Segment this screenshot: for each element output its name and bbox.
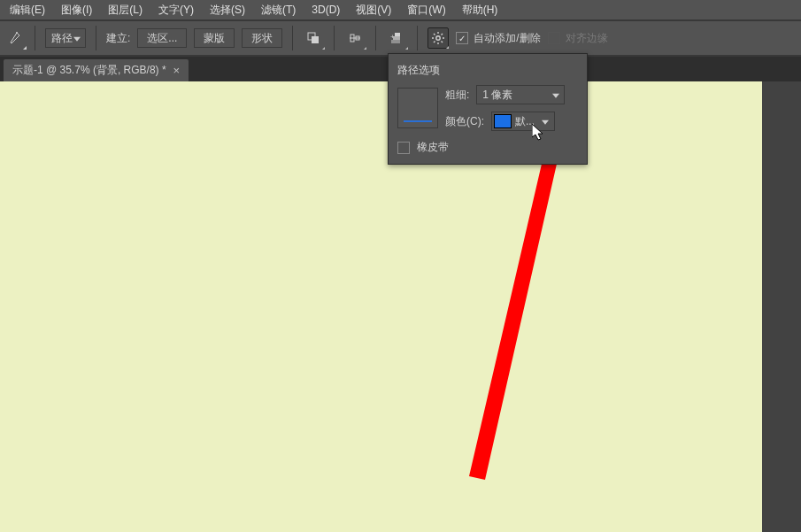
color-label: 颜色(C):: [445, 114, 484, 129]
build-label: 建立:: [106, 31, 130, 46]
close-icon[interactable]: ×: [173, 64, 181, 77]
menubar: 编辑(E) 图像(I) 图层(L) 文字(Y) 选择(S) 滤镜(T) 3D(D…: [0, 0, 801, 19]
canvas[interactable]: [0, 81, 762, 532]
document-tab-label: 示题-1 @ 35.7% (背景, RGB/8) *: [12, 63, 166, 78]
pen-tool-icon[interactable]: [5, 28, 25, 48]
auto-add-remove-label: 自动添加/删除: [474, 31, 540, 46]
menu-select[interactable]: 选择(S): [202, 3, 253, 18]
path-arrangement-icon[interactable]: +: [386, 27, 407, 49]
check-box-empty-icon: [397, 142, 410, 154]
svg-line-18: [442, 34, 443, 35]
canvas-area[interactable]: [0, 81, 762, 532]
menu-window[interactable]: 窗口(W): [399, 3, 453, 18]
svg-line-15: [434, 34, 435, 35]
document-tab[interactable]: 示题-1 @ 35.7% (背景, RGB/8) * ×: [4, 59, 189, 81]
color-chip: [494, 114, 512, 128]
path-alignment-icon[interactable]: [344, 27, 366, 49]
rubber-band-label: 橡皮带: [417, 140, 449, 155]
popover-title: 路径选项: [397, 63, 578, 78]
svg-line-16: [442, 42, 443, 43]
thickness-label: 粗细:: [445, 88, 469, 103]
check-box-empty-icon: [548, 32, 560, 44]
check-icon: ✓: [456, 32, 468, 44]
svg-rect-2: [312, 36, 319, 43]
right-dock[interactable]: [762, 81, 801, 532]
path-operations-icon[interactable]: [303, 27, 324, 49]
auto-add-remove-checkbox[interactable]: ✓ 自动添加/删除: [456, 31, 540, 46]
svg-line-17: [434, 42, 435, 43]
make-selection-button[interactable]: 选区...: [137, 28, 187, 48]
align-edges-label: 对齐边缘: [566, 31, 608, 46]
make-shape-button[interactable]: 形状: [242, 28, 282, 48]
path-preview-swatch[interactable]: [397, 88, 438, 128]
align-edges-checkbox: 对齐边缘: [548, 31, 608, 46]
options-bar: 路径 建立: 选区... 蒙版 形状 + ✓ 自动添加/删除 对齐边缘: [0, 21, 801, 55]
menu-edit[interactable]: 编辑(E): [2, 3, 53, 18]
menu-type[interactable]: 文字(Y): [150, 3, 202, 18]
menu-image[interactable]: 图像(I): [53, 3, 100, 18]
thickness-select[interactable]: 1 像素: [476, 85, 565, 104]
menu-filter[interactable]: 滤镜(T): [253, 3, 304, 18]
menu-layer[interactable]: 图层(L): [100, 3, 150, 18]
color-select[interactable]: 默...: [491, 112, 555, 131]
svg-rect-6: [395, 33, 400, 36]
tool-mode-select[interactable]: 路径: [45, 28, 86, 48]
menu-view[interactable]: 视图(V): [348, 3, 399, 18]
rubber-band-checkbox[interactable]: 橡皮带: [397, 140, 578, 155]
svg-point-10: [436, 36, 440, 40]
menu-3d[interactable]: 3D(D): [304, 4, 348, 16]
gear-icon[interactable]: [427, 27, 449, 49]
svg-point-0: [16, 32, 18, 34]
menu-help[interactable]: 帮助(H): [454, 3, 506, 18]
svg-text:+: +: [390, 33, 395, 41]
path-options-popover: 路径选项 粗细: 1 像素 颜色(C): 默... 橡皮带: [388, 53, 588, 165]
make-mask-button[interactable]: 蒙版: [194, 28, 235, 48]
